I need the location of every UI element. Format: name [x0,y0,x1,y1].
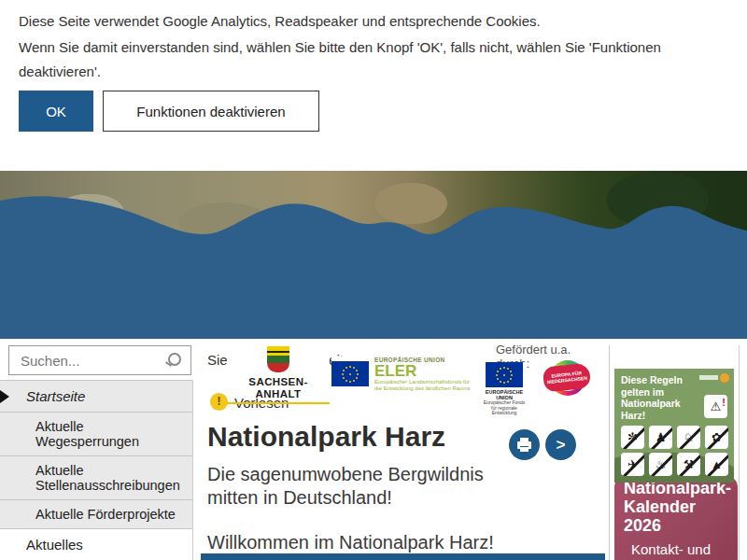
sachsen-anhalt-crest-icon [267,346,289,372]
warning-badge: ! [722,395,726,414]
warning-glyph: ⚠ [711,399,722,413]
cookie-banner: Diese Seite verwendet Google Analytics, … [0,0,747,149]
cookie-text-line1: Diese Seite verwendet Google Analytics, … [19,9,710,34]
page: Diese Seite verwendet Google Analytics, … [0,0,747,560]
sidebar-item-label: Aktuelle Wegesperrungen [35,419,139,449]
page-subtitle: Die sagenumwobene Bergwildnis mitten in … [207,463,515,510]
sidebar-divider [192,380,193,560]
sidebar-item-wegesperrungen[interactable]: Aktuelle Wegesperrungen [0,413,192,456]
readspeaker-icon[interactable]: ! [210,393,228,411]
cookie-text-line2: Wenn Sie damit einverstanden sind, wähle… [19,35,705,84]
share-button[interactable]: > [545,429,576,460]
sidebar-item-startseite[interactable]: Startseite [0,381,192,413]
sidebar-item-aktuelles[interactable]: Aktuelles [0,529,192,560]
sidebar: Startseite Aktuelle Wegesperrungen Aktue… [0,339,201,560]
eler-desc-label: Europäischer Landwirtschaftsfonds für di… [374,379,477,392]
sachsen-anhalt-label: SACHSEN-ANHALT [227,376,330,400]
eu-stars-icon [349,373,351,375]
no-camping-icon: ▲ [705,453,728,476]
no-picking-plants-icon: ✿ [705,426,728,449]
no-dogs-icon: ♘ [677,426,700,449]
park-rules-banner[interactable]: Diese Regeln gelten im Nationalpark Harz… [614,369,734,483]
sidebar-nav: Startseite Aktuelle Wegesperrungen Aktue… [0,380,192,560]
rules-title: Diese Regeln gelten im Nationalpark Harz… [621,374,701,421]
cookie-deactivate-button[interactable]: Funktionen deaktivieren [103,91,319,132]
no-drones-icon: ✈ [621,453,644,476]
eu-flag-icon [486,362,523,387]
header-banner: Nationalpark Harz Nationalpark Harz [0,171,747,339]
cookie-ok-button[interactable]: OK [19,91,93,132]
no-hiking-off-trail-icon: ♟ [649,426,672,449]
printer-icon [517,441,531,449]
search-input[interactable] [19,346,162,374]
niedersachsen-logo: EUROPA FÜR NIEDERSACHSEN [540,360,594,396]
page-title: Nationalpark Harz [207,421,445,453]
next-section-edge [201,553,605,560]
eler-logo: EUROPÄISCHE UNION ELER Europäischer Land… [331,357,477,398]
no-collecting-icon: ⚒ [677,453,700,476]
no-fire-icon: ♨ [649,453,672,476]
sidebar-item-foerderprojekte[interactable]: Aktuelle Förderprojekte [0,500,192,529]
eu-stars-icon [503,374,505,376]
search-box [8,345,191,375]
search-icon[interactable] [168,353,181,366]
no-skiing-icon: ✼ [621,426,644,449]
sachsen-anhalt-logo: SACHSEN-ANHALT [227,345,330,399]
efre-logo: EUROPÄISCHE UNION Europäischer Fonds für… [483,362,526,399]
sidebar-item-stellenausschreibungen[interactable]: Aktuelle Stellenausschreibungen [0,456,192,500]
sidebar-item-label: Aktuelles [26,537,83,553]
falling-rocks-warning-icon: ⚠ ! [704,395,727,418]
active-arrow-icon [0,390,9,403]
mini-park-logo-icon [720,373,729,383]
content-divider [609,345,610,560]
calendar-promo[interactable]: Nationalpark-Kalender 2026 Kontakt- und … [614,477,738,560]
header-wave [0,171,747,339]
welcome-text: Willkommen im Nationalpark Harz! [207,532,494,553]
eler-text: EUROPÄISCHE UNION ELER Europäischer Land… [374,357,477,392]
eu-flag-icon [331,361,369,386]
efre-desc-label: Europäischer Fonds für regionale Entwick… [483,400,526,416]
sidebar-item-label: Aktuelle Förderprojekte [35,507,176,522]
sidebar-item-label: Startseite [26,388,85,404]
sachsen-anhalt-underline [227,402,330,404]
niedersachsen-label: EUROPA FÜR NIEDERSACHSEN [543,362,592,392]
calendar-contact-link[interactable]: Kontakt- und Bestellinfos [631,540,725,560]
calendar-title: Nationalpark-Kalender 2026 [624,479,731,535]
eler-name-label: ELER [374,363,477,379]
print-button[interactable] [509,429,540,460]
page-edge-divider [739,345,740,560]
sidebar-item-label: Aktuelle Stellenausschreibungen [35,463,180,493]
